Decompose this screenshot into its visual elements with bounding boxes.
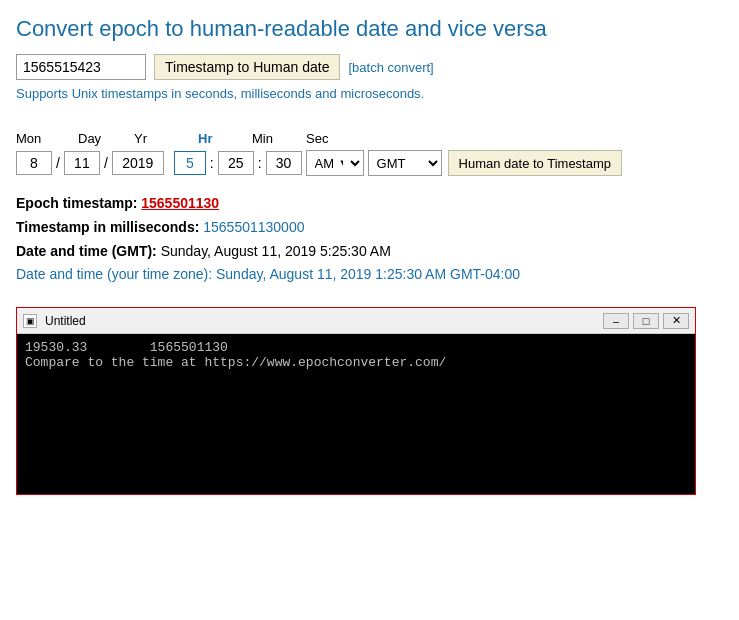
separator-slash-2: / [104,155,108,171]
hour-input[interactable] [174,151,206,175]
terminal-line2: Compare to the time at https://www.epoch… [25,355,446,370]
epoch-input[interactable] [16,54,146,80]
terminal-titlebar: ▣ Untitled – □ ✕ [17,308,695,334]
local-value-text: Sunday, August 11, 2019 1:25:30 AM GMT-0… [216,266,520,282]
epoch-value[interactable]: 1565501130 [141,195,219,211]
separator-colon-1: : [210,155,214,171]
terminal-controls: – □ ✕ [603,313,689,329]
minute-input[interactable] [218,151,254,175]
separator-colon-2: : [258,155,262,171]
label-day: Day [78,131,124,146]
year-input[interactable] [112,151,164,175]
supports-text: Supports Unix timestamps in seconds, mil… [16,86,723,101]
ampm-select[interactable]: AM ▼ PM ▼ [306,150,364,176]
timezone-select[interactable]: GMT UTC [368,150,442,176]
local-label: Date and time (your time zone): [16,266,212,282]
label-min: Min [252,131,296,146]
gmt-label: Date and time (GMT): [16,243,157,259]
date-section: Mon Day Yr Hr Min Sec / / : : AM ▼ PM ▼ … [16,131,723,176]
close-button[interactable]: ✕ [663,313,689,329]
month-input[interactable] [16,151,52,175]
human-to-timestamp-button[interactable]: Human date to Timestamp [448,150,622,176]
minimize-button[interactable]: – [603,313,629,329]
maximize-button[interactable]: □ [633,313,659,329]
label-hr: Hr [198,131,240,146]
terminal-line1: 19530.33 1565501130 [25,340,228,355]
results-section: Epoch timestamp: 1565501130 Timestamp in… [16,192,723,287]
label-yr: Yr [134,131,198,146]
terminal-window: ▣ Untitled – □ ✕ 19530.33 1565501130 Com… [16,307,696,495]
terminal-title: Untitled [45,314,595,328]
timestamp-to-human-button[interactable]: Timestamp to Human date [154,54,340,80]
gmt-value-text: Sunday, August 11, 2019 5:25:30 AM [161,243,391,259]
ms-value-text: 1565501130000 [203,219,304,235]
epoch-label: Epoch timestamp: [16,195,137,211]
ms-label: Timestamp in milliseconds: [16,219,199,235]
page-title: Convert epoch to human-readable date and… [16,16,723,42]
batch-convert-link[interactable]: [batch convert] [348,60,433,75]
label-sec: Sec [306,131,350,146]
separator-slash-1: / [56,155,60,171]
terminal-icon: ▣ [23,314,37,328]
terminal-body: 19530.33 1565501130 Compare to the time … [17,334,695,494]
day-input[interactable] [64,151,100,175]
second-input[interactable] [266,151,302,175]
label-mon: Mon [16,131,68,146]
